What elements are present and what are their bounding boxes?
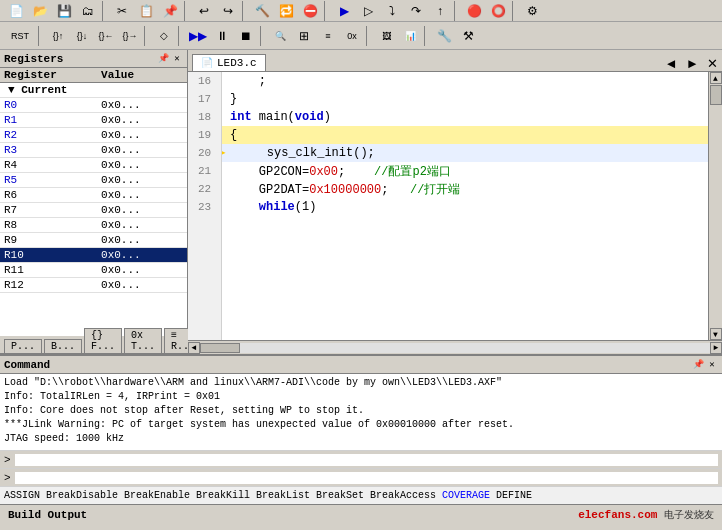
line-numbers: 1617181920212223 (188, 72, 222, 340)
reg-value: 0x0... (97, 203, 173, 218)
debug-btn[interactable]: ▶ (333, 1, 355, 21)
save-all-btn[interactable]: 🗂 (77, 1, 99, 21)
list-item[interactable]: GP2DAT=0x10000000; //打开端 (222, 180, 708, 198)
table-row[interactable]: R50x0... (0, 173, 187, 188)
code-lines[interactable]: ;}int main(void){➤ sys_clk_init(); GP2CO… (222, 72, 708, 340)
undo-btn[interactable]: ↩ (193, 1, 215, 21)
reg-extra (173, 278, 187, 293)
cmd-prompt2: > (4, 472, 11, 484)
command-input[interactable] (15, 454, 718, 466)
line-number: 19 (188, 126, 221, 144)
mem4-btn[interactable]: {}→ (119, 26, 141, 46)
hex-btn[interactable]: 0x (341, 26, 363, 46)
scroll-down-arrow[interactable]: ▼ (710, 328, 722, 340)
code-view-btn[interactable]: ≡ (317, 26, 339, 46)
tab-close-right[interactable]: ► (682, 56, 703, 71)
reg-value: 0x0... (97, 248, 173, 263)
reg-value: 0x0... (97, 143, 173, 158)
editor-tab-bar: 📄 LED3.c ◄ ► ✕ (188, 50, 722, 72)
new-file-btn[interactable]: 📄 (5, 1, 27, 21)
tools2-btn[interactable]: ⚒ (457, 26, 479, 46)
cmd-prompt1: > (4, 454, 11, 466)
reg-tab-b[interactable]: B... (44, 339, 82, 353)
command-pin-icon[interactable]: 📌 (692, 359, 704, 371)
sep8 (144, 26, 150, 46)
command-input-row: > (0, 450, 722, 468)
editor-vertical-scrollbar[interactable]: ▲ ▼ (708, 72, 722, 340)
editor-tab-led3[interactable]: 📄 LED3.c (192, 54, 266, 71)
reset-btn[interactable]: RST (5, 26, 35, 46)
reg-tab-f[interactable]: {} F... (84, 328, 122, 353)
reg-extra (173, 263, 187, 278)
table-row[interactable]: R10x0... (0, 113, 187, 128)
table-row[interactable]: R110x0... (0, 263, 187, 278)
redo-btn[interactable]: ↪ (217, 1, 239, 21)
reg-extra (173, 233, 187, 248)
scroll-left-arrow[interactable]: ◄ (188, 342, 200, 354)
command-input2[interactable] (15, 472, 718, 484)
zoom2-btn[interactable]: ⊞ (293, 26, 315, 46)
clear-bp-btn[interactable]: ⭕ (487, 1, 509, 21)
zoom-btn[interactable]: 🔍 (269, 26, 291, 46)
settings-btn[interactable]: ⚙ (521, 1, 543, 21)
cut-btn[interactable]: ✂ (111, 1, 133, 21)
command-close-icon[interactable]: ✕ (706, 359, 718, 371)
paste-btn[interactable]: 📌 (159, 1, 181, 21)
list-item[interactable]: ➤ sys_clk_init(); (222, 144, 708, 162)
editor-close-btn[interactable]: ✕ (703, 56, 722, 71)
reg-value: 0x0... (97, 173, 173, 188)
mem3-btn[interactable]: {}← (95, 26, 117, 46)
mem-btn[interactable]: {}↑ (47, 26, 69, 46)
table-row[interactable]: R100x0... (0, 248, 187, 263)
step-out-btn[interactable]: ↑ (429, 1, 451, 21)
tools-btn[interactable]: 🔧 (433, 26, 455, 46)
table-row[interactable]: R00x0... (0, 98, 187, 113)
list-item[interactable]: int main(void) (222, 108, 708, 126)
img-btn[interactable]: 🖼 (375, 26, 397, 46)
pause-btn[interactable]: ⏸ (211, 26, 233, 46)
watch-btn[interactable]: ◇ (153, 26, 175, 46)
stop-btn[interactable]: ⛔ (299, 1, 321, 21)
list-item[interactable]: while(1) (222, 198, 708, 216)
tab-close-left[interactable]: ◄ (661, 56, 682, 71)
list-item[interactable]: ; (222, 72, 708, 90)
list-item[interactable]: { (222, 126, 708, 144)
img2-btn[interactable]: 📊 (399, 26, 421, 46)
copy-btn[interactable]: 📋 (135, 1, 157, 21)
editor-horizontal-scrollbar[interactable]: ◄ ► (188, 340, 722, 354)
step-over-btn[interactable]: ↷ (405, 1, 427, 21)
run-btn[interactable]: ▷ (357, 1, 379, 21)
reg-name: R2 (0, 128, 97, 143)
scroll-up-arrow[interactable]: ▲ (710, 72, 722, 84)
open-btn[interactable]: 📂 (29, 1, 51, 21)
panel-close-icon[interactable]: ✕ (171, 53, 183, 65)
rebuild-btn[interactable]: 🔁 (275, 1, 297, 21)
reg-name: R5 (0, 173, 97, 188)
step-into-btn[interactable]: ⤵ (381, 1, 403, 21)
table-row[interactable]: R80x0... (0, 218, 187, 233)
mem2-btn[interactable]: {}↓ (71, 26, 93, 46)
panel-pin-icon[interactable]: 📌 (157, 53, 169, 65)
breakpoint-btn[interactable]: 🔴 (463, 1, 485, 21)
stop2-btn[interactable]: ⏹ (235, 26, 257, 46)
table-row[interactable]: R20x0... (0, 128, 187, 143)
table-row[interactable]: R120x0... (0, 278, 187, 293)
list-item[interactable]: GP2CON=0x00; //配置p2端口 (222, 162, 708, 180)
reg-group-current: ▼ Current (0, 83, 187, 98)
table-row[interactable]: R70x0... (0, 203, 187, 218)
reg-tab-p[interactable]: P... (4, 339, 42, 353)
table-row[interactable]: R60x0... (0, 188, 187, 203)
scroll-thumb[interactable] (710, 85, 722, 105)
sep12 (424, 26, 430, 46)
scroll-horiz-thumb[interactable] (200, 343, 240, 353)
table-row[interactable]: R40x0... (0, 158, 187, 173)
reg-tab-t[interactable]: 0x T... (124, 328, 162, 353)
command-input-row2: > (0, 468, 722, 486)
scroll-right-arrow[interactable]: ► (710, 342, 722, 354)
run2-btn[interactable]: ▶▶ (187, 26, 209, 46)
save-btn[interactable]: 💾 (53, 1, 75, 21)
table-row[interactable]: R30x0... (0, 143, 187, 158)
build-btn[interactable]: 🔨 (251, 1, 273, 21)
list-item[interactable]: } (222, 90, 708, 108)
table-row[interactable]: R90x0... (0, 233, 187, 248)
